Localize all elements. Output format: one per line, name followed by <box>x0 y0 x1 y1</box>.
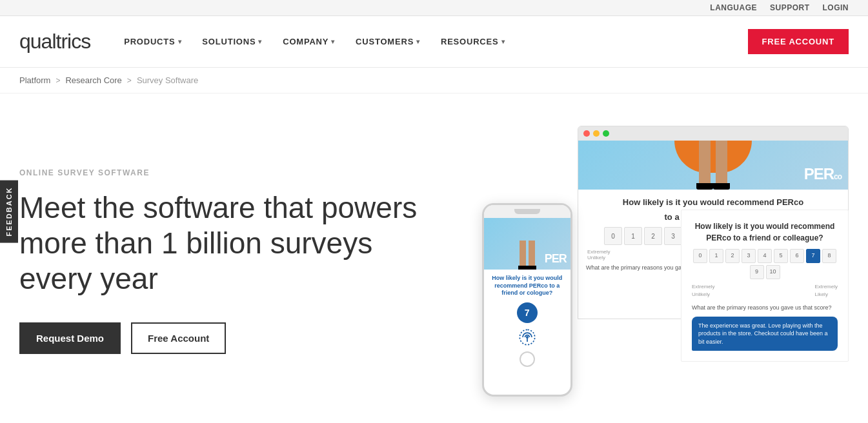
leg-left <box>699 141 711 190</box>
nps-scale-panel: 0 1 2 3 4 5 6 7 8 9 10 <box>692 249 838 279</box>
support-link[interactable]: SUPPORT <box>770 3 810 12</box>
mobile-top-bar <box>484 205 570 218</box>
panel-nps-8[interactable]: 8 <box>822 249 836 263</box>
logo[interactable]: qualtrics <box>19 30 90 54</box>
panel-label-high: ExtremelyLikely <box>814 283 838 299</box>
main-nav: qualtrics PRODUCTS ▾ SOLUTIONS ▾ COMPANY… <box>0 16 868 68</box>
nav-item-products[interactable]: PRODUCTS ▾ <box>116 32 189 52</box>
nav-label-products: PRODUCTS <box>124 37 175 46</box>
hero-buttons: Request Demo Free Account <box>19 322 450 354</box>
panel-nps-2[interactable]: 2 <box>725 249 740 263</box>
mobile-survey-question: How likely is it you would recommend PER… <box>489 275 565 297</box>
nav-item-customers[interactable]: CUSTOMERS ▾ <box>348 32 428 52</box>
hero-eyebrow: ONLINE SURVEY SOFTWARE <box>19 168 450 177</box>
mobile-notch <box>514 209 540 214</box>
nav-label-resources: RESOURCES <box>441 37 499 46</box>
hero-section: ONLINE SURVEY SOFTWARE Meet the software… <box>0 93 868 416</box>
breadcrumb-current: Survey Software <box>137 75 198 85</box>
free-account-button[interactable]: FREE ACCOUNT <box>748 29 849 54</box>
window-maximize-dot <box>603 130 609 137</box>
free-account-hero-button[interactable]: Free Account <box>131 322 226 354</box>
window-close-dot <box>583 130 590 137</box>
panel-nps-7[interactable]: 7 <box>806 249 820 263</box>
feedback-tab[interactable]: FEEDBACK <box>0 180 18 242</box>
chevron-down-icon: ▾ <box>178 38 182 45</box>
detail-question: How likely is it you would recommend PER… <box>692 221 838 244</box>
nav-label-company: COMPANY <box>283 37 328 46</box>
login-link[interactable]: LOGIN <box>823 3 849 12</box>
panel-nps-10[interactable]: 10 <box>766 265 780 279</box>
nav-label-solutions: SOLUTIONS <box>202 37 256 46</box>
utility-bar: LANGUAGE SUPPORT LOGIN <box>0 0 868 16</box>
panel-nps-3[interactable]: 3 <box>742 249 756 263</box>
breadcrumb: Platform > Research Core > Survey Softwa… <box>0 68 868 93</box>
hero-content: ONLINE SURVEY SOFTWARE Meet the software… <box>19 168 476 355</box>
mobile-leg-left <box>520 241 526 270</box>
panel-nps-1[interactable]: 1 <box>709 249 723 263</box>
desktop-survey-question: How likely is it you would recommend PER… <box>586 197 840 207</box>
breadcrumb-sep-1: > <box>56 76 60 85</box>
chevron-down-icon: ▾ <box>501 38 505 45</box>
language-link[interactable]: LANGUAGE <box>710 3 757 12</box>
nav-items: PRODUCTS ▾ SOLUTIONS ▾ COMPANY ▾ CUSTOME… <box>116 32 747 52</box>
nps-2[interactable]: 2 <box>644 227 662 245</box>
scale-label-low: ExtremelyUnlikely <box>587 249 611 261</box>
panel-label-low: ExtremelyUnlikely <box>692 283 715 299</box>
nps-3[interactable]: 3 <box>664 227 682 245</box>
nps-1[interactable]: 1 <box>624 227 642 245</box>
mobile-active-score: 7 <box>517 302 538 323</box>
breadcrumb-research-core[interactable]: Research Core <box>65 75 121 85</box>
hero-title: Meet the software that powers more than … <box>19 190 450 297</box>
hero-image-area: PERco How likely is it you would recomme… <box>476 126 849 397</box>
chevron-down-icon: ▾ <box>416 38 420 45</box>
panel-reason-label: What are the primary reasons you gave us… <box>692 304 838 313</box>
nav-item-resources[interactable]: RESOURCES ▾ <box>433 32 512 52</box>
leg-right <box>716 141 727 190</box>
fingerprint-icon[interactable] <box>489 328 565 346</box>
panel-nps-5[interactable]: 5 <box>774 249 788 263</box>
desktop-hero-image: PERco <box>578 141 848 190</box>
panel-nps-0[interactable]: 0 <box>693 249 707 263</box>
panel-nps-6[interactable]: 6 <box>790 249 804 263</box>
breadcrumb-platform[interactable]: Platform <box>19 75 50 85</box>
panel-nps-9[interactable]: 9 <box>750 265 764 279</box>
panel-nps-4[interactable]: 4 <box>758 249 772 263</box>
desktop-titlebar <box>578 126 848 141</box>
fashion-legs <box>699 141 727 190</box>
chevron-down-icon: ▾ <box>331 38 335 45</box>
request-demo-button[interactable]: Request Demo <box>19 322 121 354</box>
mobile-fashion <box>520 241 535 270</box>
mobile-legs <box>520 241 535 270</box>
window-minimize-dot <box>593 130 600 137</box>
per-logo-desktop: PERco <box>804 165 842 183</box>
svg-point-0 <box>527 337 528 338</box>
nav-item-company[interactable]: COMPANY ▾ <box>275 32 343 52</box>
survey-detail-panel: How likely is it you would recommend PER… <box>681 210 849 362</box>
nav-label-customers: CUSTOMERS <box>356 37 414 46</box>
nps-0[interactable]: 0 <box>604 227 622 245</box>
mobile-per-logo: PER <box>545 252 567 266</box>
feedback-label[interactable]: FEEDBACK <box>0 180 18 242</box>
mobile-nps-score: 7 <box>489 302 565 323</box>
panel-chat-bubble: The experience was great. Love playing w… <box>692 317 838 351</box>
mobile-leg-right <box>529 241 535 270</box>
mobile-mockup: PER How likely is it you would recommend… <box>482 203 572 397</box>
nav-item-solutions[interactable]: SOLUTIONS ▾ <box>194 32 270 52</box>
panel-scale-labels: ExtremelyUnlikely ExtremelyLikely <box>692 283 838 299</box>
mobile-survey: How likely is it you would recommend PER… <box>484 270 570 375</box>
mobile-header-image: PER <box>484 218 570 270</box>
mobile-home-button[interactable] <box>520 351 535 367</box>
breadcrumb-sep-2: > <box>127 76 132 85</box>
chevron-down-icon: ▾ <box>258 38 262 45</box>
